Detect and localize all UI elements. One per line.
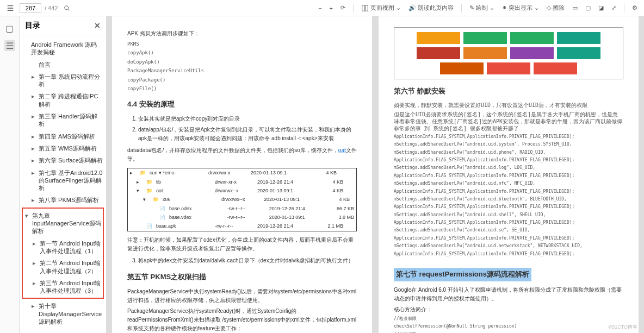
highlight-button[interactable]: ⁕ 突出显示 ⌄ — [500, 3, 541, 13]
page-view-button[interactable]: 页面视图 ⌄ — [359, 3, 403, 13]
expand-icon[interactable]: ⤢ — [609, 3, 618, 12]
tool-icon-3[interactable]: ◪ — [596, 3, 606, 12]
toolbar: / 442 − + ⟳ 页面视图 ⌄ 🔊 朗读此页内容 ✎ 绘制 ⌄ ⁕ 突出显… — [0, 0, 644, 16]
tool-icon-2[interactable]: ▢ — [583, 3, 593, 12]
outline-item[interactable]: 前言 — [22, 59, 104, 71]
page-number-input[interactable] — [20, 3, 41, 13]
outline-sidebar: 目录 ✕ Android Framework 源码开发揭秘前言▸第一章 系统启动… — [20, 16, 107, 333]
read-aloud-button[interactable]: 🔊 朗读此页内容 — [406, 3, 456, 13]
diagram-boxes — [394, 27, 623, 79]
heading-section-7: 第七节 requestPermissions源码流程解析 — [394, 268, 531, 281]
search-icon[interactable] — [61, 3, 73, 13]
left-rail: ▢ ☰ — [0, 16, 20, 333]
outline-icon[interactable]: ☰ — [4, 40, 15, 51]
outline-item[interactable]: Android Framework 源码开发揭秘 — [22, 39, 104, 59]
outline-item[interactable]: ▸第六章 Surface源码解析 — [22, 154, 104, 166]
file-listing-table: ▸📁con ▾ *emo-drwxrwx-x2020-01-13 09:14 K… — [127, 168, 357, 231]
tool-icon-1[interactable]: ▭ — [570, 3, 580, 12]
outline-item[interactable]: ▸第二章 跨进程通信IPC解析 — [22, 90, 104, 110]
erase-button[interactable]: ◇ 擦除 — [544, 3, 567, 13]
outline-item[interactable]: ▸第七章 基于Android12.0的SurfaceFlinger源码解析 — [22, 167, 104, 194]
heading-section-5: 第五节 PKMS之权限扫描 — [127, 272, 357, 283]
outline-item[interactable]: ▸第三章 Handler源码解析 — [22, 110, 104, 130]
close-icon[interactable]: ✕ — [94, 21, 101, 30]
sidebar-title: 目录 — [25, 21, 40, 30]
page-left: APK 拷贝方法调用步骤如下： PKMS copyApk() doCopyApk… — [112, 16, 372, 333]
svg-rect-1 — [362, 5, 364, 11]
outline-item[interactable]: ▸第十章 DisplayManagerService源码解析 — [22, 300, 104, 328]
outline-item[interactable]: ▸第一章 系统启动流程分析 — [22, 71, 104, 91]
oat-link[interactable]: oat — [338, 147, 346, 153]
svg-rect-2 — [366, 5, 368, 11]
zoom-in-icon[interactable]: + — [327, 4, 335, 12]
page-right: 第六节 静默安装 如要实现，静默安装，就需要设置好UID，只有设置这个UID后，… — [379, 16, 639, 333]
outline-item[interactable]: ▸第八章 PKMS源码解析 — [22, 194, 104, 206]
rotate-icon[interactable]: ⟳ — [338, 3, 348, 12]
zoom-out-icon[interactable]: − — [316, 4, 324, 12]
outline-item[interactable]: ▾第九章 InputManagerService源码解析 — [23, 210, 103, 237]
watermark: ©51CTO博客 — [609, 324, 637, 331]
svg-point-0 — [65, 5, 69, 9]
page-total: / 442 — [45, 5, 58, 11]
outline-item[interactable]: ▸第三节 Android Input输入事件处理流程（3） — [23, 277, 103, 297]
heading-section-6: 第六节 静默安装 — [394, 86, 623, 97]
menu-icon[interactable] — [4, 3, 16, 13]
heading-4-4: 4.4 安装的原理 — [127, 99, 357, 110]
outline-tree[interactable]: Android Framework 源码开发揭秘前言▸第一章 系统启动流程分析▸… — [20, 35, 106, 333]
outline-item[interactable]: ▸第五章 WMS源码解析 — [22, 142, 104, 154]
draw-button[interactable]: ✎ 绘制 ⌄ — [467, 3, 497, 13]
outline-item[interactable]: ▸第二节 Android Input输入事件处理流程（2） — [23, 257, 103, 277]
outline-item[interactable]: ▸第一节 Android Input输入事件处理流程（1） — [23, 237, 103, 257]
outline-item[interactable]: ▸第四章 AMS源码解析 — [22, 130, 104, 142]
bookmark-icon[interactable]: ▢ — [4, 23, 15, 34]
settings-icon[interactable]: ⚙ — [630, 3, 640, 12]
document-view[interactable]: APK 拷贝方法调用步骤如下： PKMS copyApk() doCopyApk… — [107, 16, 644, 333]
